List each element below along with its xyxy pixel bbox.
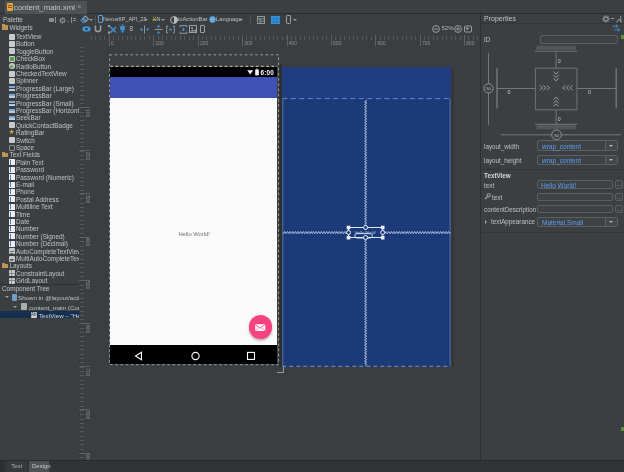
svg-text:Hello World!: Hello World! xyxy=(355,231,376,235)
svg-text:0: 0 xyxy=(588,89,591,95)
svg-text:0: 0 xyxy=(508,89,511,95)
svg-text:50: 50 xyxy=(554,133,559,138)
svg-text:0: 0 xyxy=(558,116,561,122)
svg-text:50: 50 xyxy=(486,86,491,91)
svg-text:0: 0 xyxy=(558,58,561,64)
